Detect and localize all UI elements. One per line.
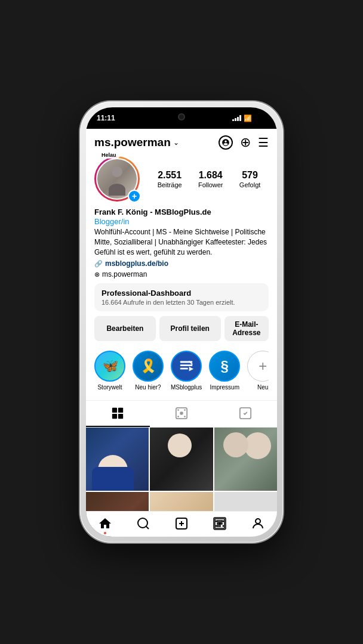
link-icon: 🔗 (94, 260, 103, 268)
stats-row: 2.551 Beiträge 1.684 Follower 579 Gefolg… (149, 170, 269, 188)
svg-rect-5 (112, 408, 117, 413)
wifi-icon: 📶 (244, 114, 252, 122)
header-icons: ⊕ ☰ (219, 135, 269, 150)
svg-point-16 (138, 518, 147, 528)
highlight-neuHier[interactable]: 🎗️ Neu hier? (133, 351, 164, 391)
link-text: msblogplus.de/bio (105, 259, 168, 268)
status-bar: 11:11 📶 (86, 107, 277, 129)
add-post-icon[interactable]: ⊕ (240, 135, 251, 150)
dashboard-subtitle: 16.664 Aufrufe in den letzten 30 Tagen e… (101, 299, 262, 306)
highlight-circle-impressum: § (209, 351, 240, 382)
dashboard-title: Professional-Dashboard (101, 289, 262, 298)
svg-point-25 (256, 519, 260, 524)
follower-count: 1.684 (199, 170, 223, 181)
nav-profile[interactable] (251, 516, 265, 531)
username-row[interactable]: ms.powerman ⌄ (94, 136, 179, 149)
profile-section: Helau + 2.551 Beiträge 1.684 Follower (86, 154, 277, 398)
grid-tabs (86, 400, 277, 428)
highlight-label-impressum: Impressum (210, 384, 239, 391)
svg-rect-6 (118, 408, 123, 413)
highlight-label-neuHier: Neu hier? (135, 384, 161, 391)
svg-point-11 (177, 410, 179, 411)
highlight-circle-new: + (247, 351, 269, 382)
bio-name: Frank F. König - MSBlogPlus.de (94, 208, 269, 216)
highlight-storywelt[interactable]: 🦋 Storywelt (94, 351, 125, 391)
highlight-msblogplus[interactable]: MSblogplus (171, 351, 202, 391)
tab-grid[interactable] (86, 401, 150, 427)
threads-icon[interactable] (219, 135, 233, 150)
highlight-circle-neuHier: 🎗️ (133, 351, 164, 382)
svg-point-20 (216, 521, 217, 522)
phone-screen: 11:11 📶 (86, 107, 277, 537)
bio-link[interactable]: 🔗 msblogplus.de/bio (94, 259, 269, 268)
avatar-wrapper[interactable]: Helau + (94, 156, 140, 202)
highlights-row: 🦋 Storywelt 🎗️ Neu hier? (94, 346, 269, 393)
status-icons: 📶 (232, 114, 266, 122)
tab-reels[interactable] (150, 401, 214, 427)
menu-icon[interactable]: ☰ (258, 135, 269, 150)
stat-follower[interactable]: 1.684 Follower (198, 170, 223, 188)
bio-threads[interactable]: ⊗ ms.powerman (94, 270, 269, 278)
photo-cell-2[interactable] (150, 428, 213, 490)
stat-gefolgt[interactable]: 579 Gefolgt (239, 170, 260, 188)
nav-home-dot (104, 532, 106, 534)
svg-point-13 (177, 416, 179, 418)
svg-point-14 (184, 416, 186, 418)
time-display: 11:11 (97, 114, 115, 122)
svg-point-12 (184, 410, 186, 411)
svg-point-22 (216, 525, 217, 527)
bio-category[interactable]: Blogger/in (94, 217, 269, 226)
battery-icon (254, 115, 266, 121)
svg-point-10 (180, 412, 183, 416)
svg-rect-8 (118, 414, 123, 419)
phone-frame: 11:11 📶 (80, 101, 283, 543)
beitraege-label: Beiträge (158, 181, 182, 188)
nav-search[interactable] (136, 516, 150, 531)
svg-point-23 (223, 525, 224, 527)
screen-content[interactable]: ms.powerman ⌄ ⊕ ☰ (86, 129, 277, 537)
chevron-down-icon: ⌄ (173, 138, 179, 147)
svg-rect-7 (112, 414, 117, 419)
gefolgt-label: Gefolgt (239, 181, 260, 188)
email-button[interactable]: E-Mail-Adresse (224, 316, 269, 341)
beitraege-count: 2.551 (158, 170, 182, 181)
professional-dashboard[interactable]: Professional-Dashboard 16.664 Aufrufe in… (94, 283, 269, 311)
notch (146, 107, 217, 126)
photo-cell-3[interactable] (214, 428, 277, 490)
action-buttons: Bearbeiten Profil teilen E-Mail-Adresse (94, 316, 269, 341)
highlight-label-new: Neu (257, 384, 268, 391)
threads-handle: ms.powerman (102, 270, 147, 278)
stat-beitraege[interactable]: 2.551 Beiträge (158, 170, 182, 188)
highlight-impressum[interactable]: § Impressum (209, 351, 240, 391)
highlight-new[interactable]: + Neu (247, 351, 269, 391)
username: ms.powerman (94, 136, 171, 149)
svg-rect-1 (180, 365, 193, 367)
camera-icon (178, 113, 185, 120)
nav-reels[interactable] (213, 516, 227, 531)
nav-create[interactable] (174, 516, 189, 531)
story-label: Helau (98, 151, 120, 159)
highlight-label-storywelt: Storywelt (97, 384, 122, 391)
highlight-circle-storywelt: 🦋 (94, 351, 125, 382)
photo-cell-1[interactable] (86, 428, 149, 490)
tab-tagged[interactable] (213, 401, 277, 427)
highlight-circle-msblogplus (171, 351, 202, 382)
nav-home[interactable] (98, 516, 112, 531)
svg-point-21 (223, 521, 224, 522)
follower-label: Follower (198, 181, 223, 188)
highlight-label-msblogplus: MSblogplus (171, 384, 202, 391)
bio-text: Wohlfühl-Account | MS - Meine Sichtweise… (94, 227, 269, 257)
bio-section: Frank F. König - MSBlogPlus.de Blogger/i… (94, 208, 269, 278)
share-profile-button[interactable]: Profil teilen (159, 316, 221, 341)
add-story-button[interactable]: + (128, 190, 141, 203)
svg-marker-3 (189, 367, 193, 371)
bottom-nav (86, 511, 277, 537)
signal-icon (232, 115, 241, 121)
edit-profile-button[interactable]: Bearbeiten (94, 316, 156, 341)
gefolgt-count: 579 (242, 170, 258, 181)
profile-top: Helau + 2.551 Beiträge 1.684 Follower (94, 156, 269, 202)
threads-small-icon: ⊗ (94, 271, 100, 278)
svg-rect-2 (180, 368, 188, 370)
ig-header: ms.powerman ⌄ ⊕ ☰ (86, 129, 277, 154)
svg-point-24 (219, 522, 221, 525)
